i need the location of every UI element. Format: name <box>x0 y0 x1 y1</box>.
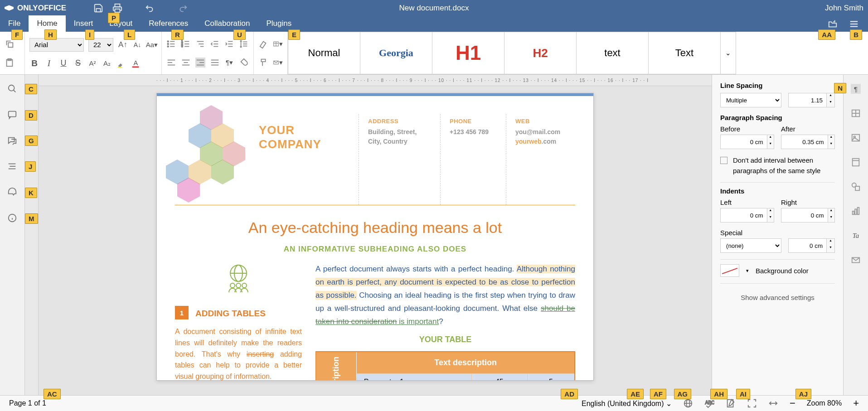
table-settings-icon[interactable] <box>851 108 861 118</box>
italic-icon[interactable]: I <box>44 58 54 68</box>
align-center-icon[interactable] <box>181 58 191 68</box>
spacing-after[interactable] <box>781 135 828 149</box>
hint-ag: AG <box>674 389 692 399</box>
line-spacing-icon[interactable] <box>239 39 249 49</box>
indent-right[interactable] <box>781 208 828 222</box>
address-block: ADDRESS Building, Street, City, Country <box>359 114 440 205</box>
special-select[interactable]: (none) <box>720 238 781 253</box>
spellcheck-icon[interactable]: ABC <box>704 398 714 408</box>
comments-icon[interactable] <box>7 110 17 120</box>
special-by[interactable] <box>788 238 827 253</box>
style-text1[interactable]: text <box>576 32 649 74</box>
align-justify-icon[interactable] <box>210 58 220 68</box>
underline-icon[interactable]: U <box>58 58 68 68</box>
document-page[interactable]: YOUR COMPANY ADDRESS Building, Street, C… <box>156 93 594 381</box>
image-settings-icon[interactable] <box>851 133 861 143</box>
spacing-before[interactable] <box>720 135 767 149</box>
chart-settings-icon[interactable] <box>851 206 861 216</box>
fit-page-icon[interactable] <box>747 398 757 408</box>
subscript-icon[interactable]: A₂ <box>102 58 112 68</box>
indent-icon[interactable] <box>224 39 234 49</box>
copy-icon[interactable] <box>5 39 15 49</box>
app-name: ONLYOFFICE <box>17 4 66 13</box>
undo-icon[interactable] <box>145 3 155 13</box>
language-selector[interactable]: English (United Kingdom) ⌄ <box>582 399 672 408</box>
clear-style-icon[interactable] <box>258 39 268 49</box>
bullets-icon[interactable] <box>166 39 176 49</box>
line-spacing-type[interactable]: Multiple <box>720 93 781 107</box>
shape-settings-icon[interactable] <box>851 182 861 192</box>
status-bar: Page 1 of 1 English (United Kingdom) ⌄ A… <box>0 395 868 411</box>
page-indicator[interactable]: Page 1 of 1 <box>9 399 46 407</box>
zoom-level[interactable]: Zoom 80% <box>807 399 842 407</box>
mail-settings-icon[interactable] <box>851 255 861 265</box>
dont-add-checkbox[interactable] <box>720 157 727 164</box>
search-icon[interactable] <box>7 84 17 94</box>
indent-left[interactable] <box>720 208 767 222</box>
chat-icon[interactable] <box>7 135 17 145</box>
svg-rect-8 <box>118 67 122 68</box>
font-color-icon[interactable]: A <box>131 58 141 68</box>
save-icon[interactable] <box>93 3 103 13</box>
svg-rect-78 <box>858 208 859 215</box>
hint-r: R <box>171 29 184 40</box>
style-text2[interactable]: Text <box>648 32 721 74</box>
line-spacing-value[interactable] <box>788 93 827 107</box>
print-icon[interactable] <box>112 3 122 13</box>
style-h2[interactable]: H2 <box>504 32 577 74</box>
menu-insert[interactable]: Insert <box>66 15 102 32</box>
svg-point-64 <box>230 283 235 288</box>
style-georgia[interactable]: Georgia <box>360 32 432 74</box>
zoom-in[interactable]: + <box>853 397 859 409</box>
paste-icon[interactable] <box>5 58 15 68</box>
open-location-icon[interactable] <box>828 19 838 29</box>
menu-collaboration[interactable]: Collaboration <box>196 15 258 32</box>
numbering-icon[interactable]: 123 <box>181 39 191 49</box>
align-left-icon[interactable] <box>166 58 176 68</box>
change-case-icon[interactable]: Aa▾ <box>147 40 157 50</box>
style-dropdown[interactable]: ⌄ <box>720 32 736 74</box>
redo-icon[interactable] <box>178 3 188 13</box>
textart-settings-icon[interactable]: Ta <box>851 231 861 241</box>
feedback-icon[interactable] <box>7 187 17 197</box>
superscript-icon[interactable]: A² <box>87 58 97 68</box>
header-footer-icon[interactable] <box>851 157 861 167</box>
navigation-icon[interactable] <box>7 161 17 171</box>
font-size-select[interactable]: 22 <box>88 38 113 52</box>
align-right-icon[interactable] <box>195 58 205 68</box>
advanced-settings-link[interactable]: Show advanced settings <box>720 288 835 307</box>
mailmerge-icon[interactable]: ▾ <box>273 58 283 68</box>
hint-c: C <box>25 84 37 94</box>
pilcrow-icon[interactable]: ¶▾ <box>224 58 234 68</box>
decrease-font-icon[interactable]: A↓ <box>132 40 142 50</box>
outdent-icon[interactable] <box>210 39 220 49</box>
zoom-out[interactable]: − <box>790 397 795 409</box>
font-name-select[interactable]: Arial <box>29 38 84 52</box>
trackchanges-icon[interactable] <box>726 398 736 408</box>
hint-ah: AH <box>710 389 727 399</box>
insert-table-icon[interactable]: ▾ <box>273 39 283 49</box>
increase-font-icon[interactable]: A↑ <box>118 40 128 50</box>
highlight-icon[interactable] <box>116 58 126 68</box>
svg-rect-0 <box>115 4 120 6</box>
horizontal-ruler[interactable]: · · · I · · · 1 · · · I · · · 2 · · · I … <box>39 75 712 86</box>
copy-style-icon[interactable] <box>258 58 268 68</box>
main-area: C D G J K M · · · I · · · 1 · · · I · · … <box>0 75 868 395</box>
bold-icon[interactable]: B <box>29 58 39 68</box>
fit-width-icon[interactable] <box>768 398 778 408</box>
shading-icon[interactable] <box>239 58 249 68</box>
phone-block: PHONE +123 456 789 <box>440 114 506 205</box>
menu-references[interactable]: References <box>141 15 196 32</box>
doclang-icon[interactable] <box>683 398 693 408</box>
about-icon[interactable] <box>7 213 17 223</box>
user-name[interactable]: John Smith <box>825 4 863 13</box>
view-settings-icon[interactable] <box>849 19 859 29</box>
paragraph-settings-icon[interactable]: ¶ <box>851 84 861 94</box>
strike-icon[interactable]: S <box>73 58 83 68</box>
multilevel-icon[interactable] <box>195 39 205 49</box>
spinner[interactable]: ▲▼ <box>827 93 835 107</box>
vertical-ruler[interactable] <box>25 75 39 395</box>
style-h1[interactable]: H1 <box>432 32 504 74</box>
bg-color-swatch[interactable] <box>720 264 739 277</box>
canvas[interactable]: · · · I · · · 1 · · · I · · · 2 · · · I … <box>39 75 712 395</box>
